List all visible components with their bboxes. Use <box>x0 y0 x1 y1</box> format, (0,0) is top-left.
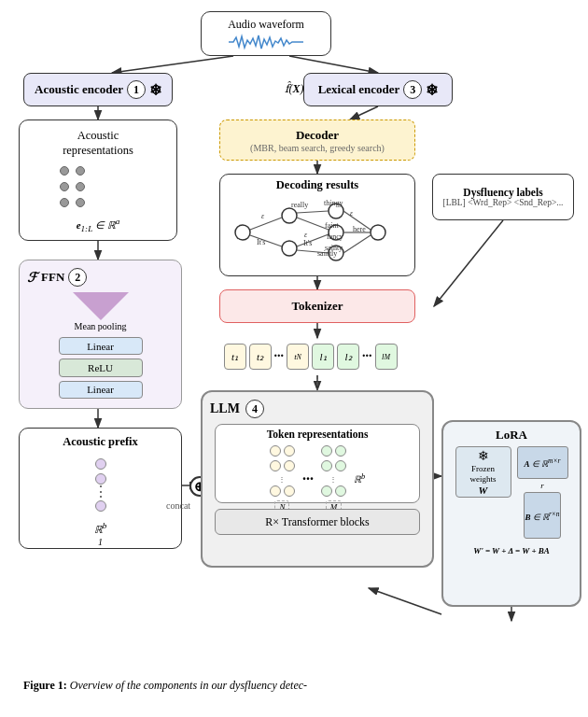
svg-text:really: really <box>291 201 308 209</box>
dysfluency-box: Dysfluency labels [LBL] <Wrd_Rep> <Snd_R… <box>432 174 574 220</box>
frozen-weights-box: ❄ Frozenweights W <box>455 446 511 498</box>
svg-line-2 <box>112 56 233 73</box>
decoding-results-box: Decoding results <box>219 174 415 276</box>
svg-text:It's: It's <box>257 238 265 246</box>
transformer-box: R× Transformer blocks <box>215 509 420 535</box>
decoder-sub: (MBR, beam search, greedy search) <box>250 143 385 153</box>
llm-box: LLM 4 Token representations ⋮ <box>201 390 434 568</box>
snowflake-icon-2: ❄ <box>426 81 438 99</box>
decoder-box: Decoder (MBR, beam search, greedy search… <box>219 120 415 161</box>
lora-B-matrix: B ∈ ℝr×n <box>524 492 561 539</box>
token-lM: lM <box>375 344 398 370</box>
token-t1: t₁ <box>224 344 246 370</box>
acoustic-prefix-title: Acoustic prefix <box>63 435 138 449</box>
lora-title: LoRA <box>496 428 527 443</box>
svg-text:sainty: sainty <box>325 244 343 252</box>
dysfluency-title: Dysfluency labels <box>463 187 542 198</box>
svg-line-30 <box>297 218 329 230</box>
svg-line-3 <box>289 56 378 73</box>
acoustic-repr-math: e1:L ∈ ℝa <box>77 217 120 233</box>
ffn-linear1-box: Linear <box>59 337 143 355</box>
ffn-linear2-box: Linear <box>59 381 143 399</box>
ffn-relu-label: ReLU <box>88 362 113 373</box>
caption: Figure 1: Overview of the components in … <box>14 678 574 694</box>
tokenizer-box: Tokenizer <box>219 289 415 323</box>
rb-label: ℝb <box>354 472 365 485</box>
acoustic-encoder-label: Acoustic encoder <box>35 82 123 97</box>
svg-text:ε: ε <box>304 231 308 239</box>
svg-line-5 <box>350 106 378 120</box>
mean-pooling: Mean pooling <box>73 292 129 331</box>
lattice-svg: ε It's really ε It's saintly ε here thin… <box>224 192 411 273</box>
dots-grid <box>60 166 136 211</box>
caption-text: Overview of the components in our dysflu… <box>70 679 307 692</box>
ffn-badge: 2 <box>68 268 87 287</box>
repr-group-n: ⋮ N <box>270 443 295 513</box>
svg-text:here: here <box>353 225 366 233</box>
repr-groups: ⋮ N ··· ⋮ <box>270 443 365 513</box>
svg-line-8 <box>434 220 503 306</box>
token-tN: tN <box>287 344 309 370</box>
repr-dots: ··· <box>302 471 314 487</box>
token-t2: t₂ <box>249 344 272 370</box>
svg-text:thingy: thingy <box>324 199 343 207</box>
frozen-weights-label: Frozenweights <box>470 464 497 485</box>
lora-AB: A ∈ ℝm×r r B ∈ ℝr×n <box>517 446 568 539</box>
acoustic-prefix-box: Acoustic prefix ⋮ ℝb 1 <box>19 428 182 549</box>
lora-A-label: A ∈ ℝm×r <box>525 457 561 469</box>
concat-label: concat <box>166 500 190 511</box>
svg-point-20 <box>235 225 250 240</box>
lexical-encoder-box: Lexical encoder 3 ❄ <box>303 73 453 106</box>
lexical-encoder-label: Lexical encoder <box>318 82 400 97</box>
svg-point-21 <box>282 208 297 223</box>
svg-line-35 <box>343 235 371 253</box>
audio-waveform-box: Audio waveform <box>201 11 331 56</box>
token-dots-1: ··· <box>274 349 285 364</box>
svg-text:ε: ε <box>350 209 354 218</box>
ffn-box: ℱ FFN 2 Mean pooling Linear ReLU Linear <box>19 260 182 409</box>
token-dots-2: ··· <box>362 349 372 364</box>
tokenizer-label: Tokenizer <box>291 299 343 314</box>
svg-text:fancy: fancy <box>327 232 343 241</box>
snowflake-icon-1: ❄ <box>149 81 161 99</box>
ffn-title: FFN <box>41 270 64 285</box>
triangle-icon <box>73 292 129 320</box>
token-repr-title: Token representations <box>267 429 369 440</box>
acoustic-encoder-badge: 1 <box>127 80 146 99</box>
lora-r-label: r <box>540 481 544 490</box>
llm-badge: 4 <box>245 400 264 418</box>
ffn-relu-box: ReLU <box>59 358 143 376</box>
mean-pooling-label: Mean pooling <box>75 321 127 331</box>
svg-text:ε: ε <box>261 212 265 220</box>
acoustic-encoder-box: Acoustic encoder 1 ❄ <box>23 73 173 106</box>
prefix-math: ℝb 1 <box>94 521 107 548</box>
decoding-results-title: Decoding results <box>276 178 358 192</box>
W-label: W <box>479 485 488 496</box>
acoustic-repr-label: Acousticrepresentations <box>63 128 133 159</box>
token-sequence: t₁ t₂ ··· tN l₁ l₂ ··· lM <box>196 338 425 375</box>
lora-B-label: B ∈ ℝr×n <box>525 510 559 522</box>
svg-line-17 <box>369 588 441 614</box>
svg-point-22 <box>282 241 297 256</box>
acoustic-repr-box: Acousticrepresentations e1:L ∈ ℝa <box>19 120 177 241</box>
lora-box: LoRA ❄ Frozenweights W A ∈ ℝm×r r B ∈ ℝr… <box>441 420 581 607</box>
token-repr-box: Token representations ⋮ <box>215 424 420 503</box>
audio-label: Audio waveform <box>228 18 304 32</box>
svg-text:faint: faint <box>325 221 339 230</box>
lora-result: W' = W + Δ = W + BA <box>473 546 550 555</box>
snowflake-icon-3: ❄ <box>478 448 489 464</box>
token-l1: l₁ <box>312 344 334 370</box>
llm-header: LLM 4 <box>210 400 425 418</box>
ffn-f-label: ℱ <box>27 270 37 286</box>
lora-top-row: ❄ Frozenweights W A ∈ ℝm×r r B ∈ ℝr×n <box>455 446 568 539</box>
lora-A-matrix: A ∈ ℝm×r <box>517 446 568 479</box>
llm-title: LLM <box>210 401 240 416</box>
svg-text:It's: It's <box>303 239 312 247</box>
ffn-header: ℱ FFN 2 <box>27 268 174 287</box>
svg-line-27 <box>250 218 282 230</box>
lexical-encoder-badge: 3 <box>403 80 422 99</box>
main-container: Audio waveform X1:T f̂(X)1:J Acoustic en… <box>0 0 588 703</box>
repr-group-m: ⋮ M <box>321 443 346 513</box>
dysfluency-labels: [LBL] <Wrd_Rep> <Snd_Rep>... <box>443 198 564 207</box>
svg-line-29 <box>297 211 329 213</box>
